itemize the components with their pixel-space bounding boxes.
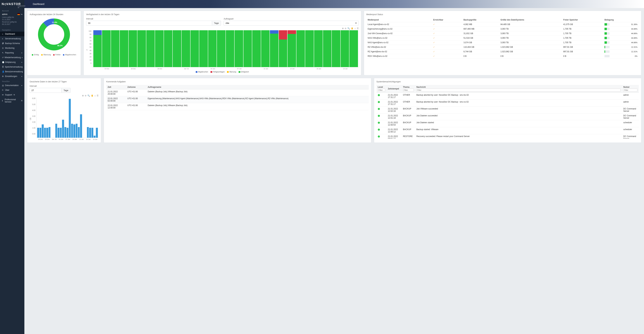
notification-row[interactable]: i21.01.202212:00:53BACKUPJob Dateien sta…	[376, 120, 639, 127]
external-link-icon: ⧉	[21, 100, 22, 102]
sidebar-item-speicherverwaltung[interactable]: 🗄Speicherverwaltung	[0, 64, 24, 69]
sidebar-item-dashboard[interactable]: ⌂Dashboard	[0, 32, 24, 36]
external-link-icon: ⧉	[14, 94, 15, 96]
chart-zoom-in-icon[interactable]: ⊕	[342, 27, 344, 30]
task-row[interactable]: 21.01.202220:00:00UTC+01:00Dateien (Back…	[106, 90, 369, 96]
mediapool-row[interactable]: Local Agent@wru-cs-02✓4,082 MB84,485 GB4…	[366, 22, 639, 27]
chart-zoom-out-icon[interactable]: ⊖	[345, 27, 346, 30]
check-icon: ✓	[433, 28, 435, 30]
check-icon: ✓	[433, 37, 435, 39]
chart2-pan-icon[interactable]: ✋	[91, 94, 94, 97]
sidebar-item-label: Professional Service	[5, 98, 20, 103]
chart-zoom-icon[interactable]: 🔍	[348, 27, 350, 30]
notification-row[interactable]: i21.01.202212:01:18BACKUPJob Dateien suc…	[376, 114, 639, 120]
avail-legend-ok: Erfolgreich	[238, 71, 249, 73]
saved-interval-unit: Tage	[62, 88, 70, 93]
mediapool-row[interactable]: Eigensicherung@wru-cs-02✓697,465 MB3,093…	[366, 27, 639, 31]
sidebar-item-zeitplanung[interactable]: 🕘Zeitplanung▸	[0, 60, 24, 64]
sidebar: NVASTOR DataCenter v9 Account admin ↪ Li…	[0, 0, 24, 334]
sidebar-item-professional-service[interactable]: ℹProfessional Service⧉	[0, 97, 24, 104]
mediapool-row[interactable]: NAS-VMs@wru-cs-02✓51,516 GB3,093 TB1,705…	[366, 36, 639, 40]
sidebar-item-serververwaltung[interactable]: ≡Serververwaltung	[0, 36, 24, 41]
mediapool-table: Medienpool Erreichbar Backupgröße Größe …	[366, 18, 639, 58]
interval-label: Intervall	[86, 18, 221, 20]
sidebar-item-einstellungen[interactable]: ⚙Einstellungen▸	[0, 74, 24, 79]
notif-filter-msg[interactable]	[416, 88, 621, 92]
legend-abort: Abgebrochen	[63, 54, 76, 56]
notif-head-topic: Thema	[403, 86, 410, 88]
sidebar-item-monitoring[interactable]: ☰Monitoring	[0, 46, 24, 50]
mp-head-free: Freier Speicher	[562, 18, 603, 22]
nav-icon: ✉	[2, 94, 4, 96]
saved-interval-label: Intervall	[30, 85, 70, 87]
interval-input[interactable]	[86, 21, 212, 26]
notification-row[interactable]: i21.01.202212:02:16BACKUPJob VMware succ…	[376, 106, 639, 114]
saved-interval-input[interactable]	[30, 88, 62, 93]
notif-filter-level[interactable]	[378, 88, 385, 92]
task-row[interactable]: 22.01.202212:00:00UTC+01:00Dateien (Back…	[106, 103, 369, 110]
sidebar-item-label: Über	[5, 89, 10, 91]
chevron-right-icon: ▸	[22, 84, 22, 86]
sidebar-item-backup-schema[interactable]: 🗐Backup-Schema	[0, 41, 24, 46]
sidebar-item-label: Speicherverwaltung	[5, 66, 22, 68]
level-info-icon: i	[378, 115, 380, 117]
sidebar-item-label: Backup-Schema	[5, 42, 20, 44]
task-row[interactable]: 22.01.202202:00:00UTC+01:00Eigensicherun…	[106, 96, 369, 103]
notif-filter-topic[interactable]	[403, 88, 414, 92]
chart-pan-icon[interactable]: ✋	[351, 27, 354, 30]
sidebar-item-über[interactable]: ©Über	[0, 88, 24, 92]
notification-row[interactable]: i21.01.202217:31:17OTHERBackup aborted b…	[376, 93, 639, 100]
sidebar-item-wiederherstellung[interactable]: ↺Wiederherstellung▸	[0, 55, 24, 60]
sidebar-item-benutzerverwaltung[interactable]: 👤Benutzerverwaltung	[0, 69, 24, 74]
chart2-home-icon[interactable]: ⌂	[94, 94, 96, 97]
sidebar-item-label: Reporting	[5, 52, 14, 54]
notif-head-ts: Zeitstempel	[388, 88, 399, 90]
notif-filter-user[interactable]	[623, 88, 638, 92]
sidebar-item-dokumentation[interactable]: 🕮Dokumentation▸	[0, 83, 24, 88]
mp-head-usage: Belegung	[603, 18, 639, 22]
nav-icon: ©	[2, 89, 4, 91]
chevron-right-icon: ▸	[22, 61, 22, 63]
mediapool-row[interactable]: RDX VMs@wru-cs-02✓0 B0 B0 B0%	[366, 54, 639, 58]
language-flag-icon[interactable]	[18, 13, 20, 15]
nav-icon: ℹ	[2, 100, 4, 102]
tasks-table: Zeit Zeitzone Auftragsname 21.01.202220:…	[106, 85, 369, 110]
chart2-zoom-out-icon[interactable]: ⊖	[85, 94, 86, 97]
mp-head-reach: Erreichbar	[432, 18, 462, 22]
sidebar-item-label: Serververwaltung	[5, 38, 21, 40]
chart2-menu-icon[interactable]: ☰	[97, 94, 98, 97]
avail-legend-abort: Abgebrochen	[196, 71, 208, 73]
license-line-1: Lizenz gültig bis 31.12.2022	[2, 16, 22, 21]
sidebar-item-support[interactable]: ✉Support⧉	[0, 92, 24, 97]
mp-head-fssize: Größe des DateiSystems	[499, 18, 562, 22]
mediapool-row[interactable]: NAS Agent@wru-cs-02✓3,074 GB3,093 TB1,70…	[366, 40, 639, 45]
avail-y-title: #	[86, 50, 88, 50]
level-info-icon: i	[378, 136, 380, 138]
mediapool-row[interactable]: RZ Agent@wru-bs-02✓8,744 GB1.023,982 GB8…	[366, 50, 639, 54]
mediapool-row[interactable]: 2nd-VM-Clones@wru-cs-02✓31,832 GB3,093 T…	[366, 31, 639, 36]
chart2-zoom-icon[interactable]: 🔍	[88, 94, 90, 97]
chart-menu-icon[interactable]: ☰	[357, 27, 359, 30]
notification-row[interactable]: i21.01.202209:51:27RESTORERecovery succe…	[376, 134, 639, 139]
level-info-icon: i	[378, 128, 380, 130]
level-info-icon: i	[378, 122, 380, 124]
notif-head-level: Level	[378, 86, 383, 88]
sidebar-item-label: Dashboard	[5, 33, 15, 35]
license-line-2: NovaCare gültig bis 06.10.2027	[2, 21, 22, 26]
notification-row[interactable]: i21.01.202217:31:17OTHERBackup aborted b…	[376, 100, 639, 106]
mediapool-row[interactable]: RZ-VMs@wru-bs-02✓110,404 GB1.023,982 GB8…	[366, 45, 639, 50]
chart2-zoom-in-icon[interactable]: ⊕	[82, 94, 84, 97]
chart-home-icon[interactable]: ⌂	[354, 27, 356, 30]
check-icon: ✓	[433, 41, 435, 44]
sidebar-item-label: Benutzerverwaltung	[5, 70, 23, 73]
legend-warn: Warnung	[41, 54, 51, 56]
legend-error: Fehler	[53, 54, 60, 56]
sidebar-item-reporting[interactable]: ✎Reporting▸	[0, 50, 24, 55]
notification-row[interactable]: i21.01.202212:00:12BACKUPBackup started:…	[376, 127, 639, 134]
tasks-panel-title: Kommende Aufgaben	[106, 80, 369, 83]
nav-icon: ↺	[2, 56, 4, 59]
nav-icon: ⌂	[2, 33, 4, 35]
level-info-icon: i	[378, 108, 380, 110]
jobtype-select[interactable]: Alle	[224, 21, 358, 26]
logout-icon[interactable]: ↪	[21, 13, 22, 16]
